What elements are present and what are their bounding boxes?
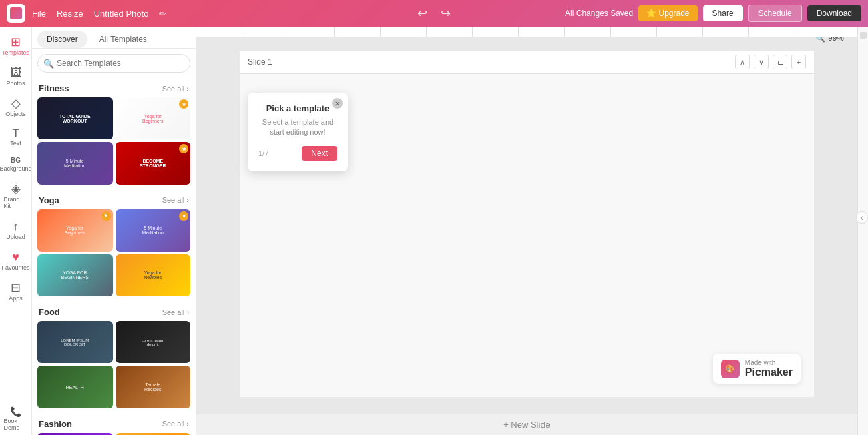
search-icon: 🔍 — [43, 59, 54, 69]
made-with-brand: Picmaker — [745, 366, 793, 378]
dialog-title: Pick a template — [258, 103, 337, 113]
food-see-all[interactable]: See all › — [162, 308, 189, 316]
sidebar-label-favourites: Favourites — [1, 264, 29, 271]
topbar-actions: All Changes Saved ⭐ Upgrade Share Schedu… — [565, 5, 861, 22]
right-panel — [857, 27, 868, 435]
objects-icon: ◇ — [11, 97, 21, 109]
slide-header-left: Slide 1 — [248, 57, 272, 67]
saved-status: All Changes Saved — [565, 9, 633, 18]
upload-icon: ↑ — [13, 220, 19, 232]
yoga-title: Yoga — [39, 195, 59, 205]
slide-controls: ∧ ∨ ⊏ + — [735, 55, 806, 69]
template-fitness-1[interactable]: TOTAL GUIDEWORKOUT — [37, 97, 113, 139]
yoga-see-all[interactable]: See all › — [162, 196, 189, 204]
slide-canvas[interactable]: ✕ Pick a template Select a template and … — [240, 74, 814, 397]
sidebar-label-templates: Templates — [2, 49, 29, 56]
resize-menu[interactable]: Resize — [57, 9, 83, 19]
undo-icon[interactable]: ↩ — [417, 6, 427, 21]
template-food-3[interactable]: HEALTH — [37, 366, 113, 408]
sidebar-item-favourites[interactable]: ♥ Favourites — [1, 247, 31, 275]
dialog-close-btn[interactable]: ✕ — [332, 98, 343, 109]
background-icon: BG — [11, 157, 21, 164]
sidebar-item-templates[interactable]: ⊞ Templates — [1, 32, 31, 60]
template-food-1[interactable]: LOREM IPSUMDOLOR SIT — [37, 321, 113, 363]
food-grid: LOREM IPSUMDOLOR SIT Lorem ipsumdolor it… — [32, 321, 196, 414]
sidebar-item-apps[interactable]: ⊟ Apps — [1, 278, 31, 306]
templates-panel: Discover All Templates 🔍 Fitness See all… — [32, 27, 196, 435]
sidebar-item-photos[interactable]: 🖼 Photos — [1, 63, 31, 91]
made-with-text: Made with Picmaker — [745, 359, 793, 378]
bookdemo-icon: 📞 — [10, 407, 21, 416]
redo-icon[interactable]: ↪ — [441, 6, 451, 21]
template-fitness-2[interactable]: Yoga forBeginners ★ — [116, 97, 191, 139]
main-layout: ⊞ Templates 🖼 Photos ◇ Objects T Text BG… — [0, 27, 868, 435]
slide-header: Slide 1 ∧ ∨ ⊏ + — [240, 51, 814, 74]
canvas-main[interactable]: Slide 1 ∧ ∨ ⊏ + ✕ Pick a template Select… — [196, 37, 857, 435]
fashion-see-all[interactable]: See all › — [162, 420, 189, 428]
yoga-star-2: ★ — [179, 211, 188, 221]
sidebar-label-photos: Photos — [6, 80, 25, 87]
template-yoga-2[interactable]: 5 MinuteMeditation ★ — [116, 209, 191, 252]
sidebar-item-text[interactable]: T Text — [1, 124, 31, 151]
template-yoga-1[interactable]: Yoga forBeginners ★ — [37, 209, 113, 252]
right-panel-handle — [860, 32, 867, 39]
sidebar-label-background: Background — [0, 165, 32, 172]
search-input[interactable] — [37, 54, 190, 73]
tab-discover[interactable]: Discover — [37, 31, 87, 48]
pick-template-dialog: ✕ Pick a template Select a template and … — [248, 93, 348, 171]
sidebar-item-bookdemo[interactable]: 📞 Book Demo — [1, 403, 31, 435]
sidebar-item-objects[interactable]: ◇ Objects — [1, 93, 31, 121]
app-logo[interactable] — [7, 4, 25, 23]
template-food-2[interactable]: Lorem ipsumdolor it — [116, 321, 191, 363]
template-food-4[interactable]: TamaleRecipes — [116, 366, 191, 408]
topbar: File Resize Untitled Photo ✏ ↩ ↪ All Cha… — [0, 0, 868, 27]
sidebar-label-objects: Objects — [5, 111, 26, 117]
photos-icon: 🖼 — [10, 67, 22, 79]
sidebar-label-apps: Apps — [9, 295, 23, 302]
template-yoga-3[interactable]: YOGA FORBEGINNERS — [37, 254, 113, 296]
file-menu[interactable]: File — [32, 9, 46, 19]
slide-prev-btn[interactable]: ∧ — [735, 55, 750, 69]
search-box: 🔍 — [37, 54, 190, 73]
pro-star-badge: ★ — [179, 99, 188, 109]
edit-title-icon[interactable]: ✏ — [159, 9, 166, 19]
sidebar-item-upload[interactable]: ↑ Upload — [1, 216, 31, 244]
template-fitness-3[interactable]: 5 MinuteMeditation — [37, 142, 113, 184]
tab-all-templates[interactable]: All Templates — [90, 31, 156, 48]
top-menu: File Resize Untitled Photo ✏ — [32, 9, 166, 19]
dialog-next-btn[interactable]: Next — [302, 146, 337, 161]
apps-icon: ⊟ — [11, 282, 21, 294]
fashion-title: Fashion — [39, 419, 72, 429]
fitness-title: Fitness — [39, 83, 69, 93]
slide-title: Slide 1 — [248, 57, 272, 67]
text-icon: T — [13, 128, 19, 139]
page-title: Untitled Photo — [94, 9, 149, 19]
dialog-subtitle: Select a template and start editing now! — [258, 117, 337, 138]
horizontal-ruler — [196, 27, 857, 37]
slide-next-btn[interactable]: ∨ — [754, 55, 769, 69]
fitness-see-all[interactable]: See all › — [162, 85, 189, 93]
dialog-footer: 1/7 Next — [258, 146, 337, 161]
templates-icon: ⊞ — [11, 36, 21, 48]
template-fitness-4[interactable]: BECOMESTRONGER ★ — [116, 142, 191, 184]
new-slide-bar[interactable]: + New Slide — [196, 414, 857, 435]
dialog-progress: 1/7 — [258, 149, 268, 157]
sidebar-item-background[interactable]: BG Background — [1, 153, 31, 176]
upgrade-button[interactable]: ⭐ Upgrade — [638, 5, 697, 21]
download-button[interactable]: Download — [807, 5, 861, 21]
fitness-grid: TOTAL GUIDEWORKOUT Yoga forBeginners ★ 5… — [32, 97, 196, 190]
pro-star-badge-2: ★ — [179, 144, 188, 153]
slide-container: Slide 1 ∧ ∨ ⊏ + ✕ Pick a template Select… — [240, 51, 814, 397]
schedule-button[interactable]: Schedule — [748, 5, 802, 22]
fitness-section-header: Fitness See all › — [32, 78, 196, 97]
food-title: Food — [39, 307, 60, 317]
share-button[interactable]: Share — [703, 5, 743, 21]
brandkit-icon: ◈ — [11, 183, 21, 195]
sidebar-item-brandkit[interactable]: ◈ Brand Kit — [1, 179, 31, 213]
slide-copy-btn[interactable]: ⊏ — [773, 55, 787, 69]
panel-tabs: Discover All Templates — [32, 27, 196, 49]
sidebar-label-text: Text — [10, 140, 21, 147]
slide-add-btn[interactable]: + — [791, 55, 806, 69]
template-yoga-4[interactable]: Yoga forNewbies — [116, 254, 191, 296]
picmaker-logo: 🎨 — [721, 360, 740, 378]
